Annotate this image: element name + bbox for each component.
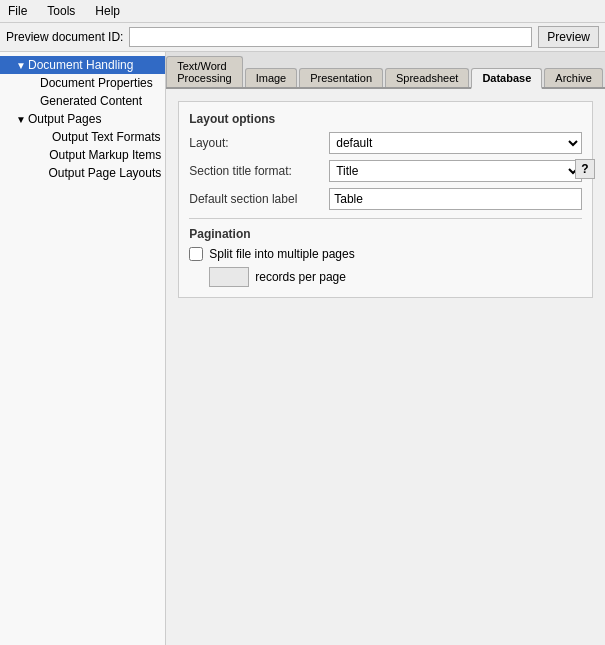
preview-button[interactable]: Preview xyxy=(538,26,599,48)
sidebar-label-generated-content: Generated Content xyxy=(40,94,142,108)
sidebar-item-document-properties[interactable]: Document Properties xyxy=(0,74,165,92)
default-section-label-label: Default section label xyxy=(189,192,329,206)
menu-tools[interactable]: Tools xyxy=(43,2,79,20)
pagination-section: Pagination Split file into multiple page… xyxy=(189,227,582,287)
section-divider xyxy=(189,218,582,219)
sidebar-label-document-handling: Document Handling xyxy=(28,58,133,72)
expand-icon-output-pages: ▼ xyxy=(16,114,26,125)
tab-archive[interactable]: Archive xyxy=(544,68,603,87)
tab-text-word[interactable]: Text/Word Processing xyxy=(166,56,242,87)
sidebar-item-generated-content[interactable]: Generated Content xyxy=(0,92,165,110)
menu-file[interactable]: File xyxy=(4,2,31,20)
layout-options-box: Layout options Layout: default Section t… xyxy=(178,101,593,298)
content-area: Text/Word Processing Image Presentation … xyxy=(166,52,605,645)
sidebar-item-output-markup-items[interactable]: Output Markup Items xyxy=(0,146,165,164)
records-per-page-row: records per page xyxy=(209,267,582,287)
tabs-bar: Text/Word Processing Image Presentation … xyxy=(166,52,605,89)
default-section-label-input[interactable] xyxy=(329,188,582,210)
sidebar-label-output-pages: Output Pages xyxy=(28,112,101,126)
sidebar: ▼ Document Handling Document Properties … xyxy=(0,52,166,645)
tab-content-wrapper: ? Layout options Layout: default Section… xyxy=(166,89,605,645)
sidebar-label-output-page-layouts: Output Page Layouts xyxy=(48,166,161,180)
default-section-label-group: Default section label xyxy=(189,188,582,210)
layout-select-wrap: default xyxy=(329,132,582,154)
layout-form-group: Layout: default xyxy=(189,132,582,154)
section-title-format-select-wrap: Title xyxy=(329,160,582,182)
menubar: File Tools Help xyxy=(0,0,605,23)
sidebar-label-output-text-formats: Output Text Formats xyxy=(52,130,161,144)
menu-help[interactable]: Help xyxy=(91,2,124,20)
records-per-page-label: records per page xyxy=(255,270,346,284)
preview-doc-input[interactable] xyxy=(129,27,532,47)
layout-label: Layout: xyxy=(189,136,329,150)
help-button[interactable]: ? xyxy=(575,159,595,179)
sidebar-label-output-markup-items: Output Markup Items xyxy=(49,148,161,162)
expand-icon-document-handling: ▼ xyxy=(16,60,26,71)
sidebar-item-output-page-layouts[interactable]: Output Page Layouts xyxy=(0,164,165,182)
sidebar-item-output-pages[interactable]: ▼ Output Pages xyxy=(0,110,165,128)
preview-doc-label: Preview document ID: xyxy=(6,30,123,44)
sidebar-label-document-properties: Document Properties xyxy=(40,76,153,90)
section-title-format-label: Section title format: xyxy=(189,164,329,178)
layout-select[interactable]: default xyxy=(329,132,582,154)
split-file-checkbox[interactable] xyxy=(189,247,203,261)
section-title-format-select[interactable]: Title xyxy=(329,160,582,182)
sidebar-item-document-handling[interactable]: ▼ Document Handling xyxy=(0,56,165,74)
sidebar-item-output-text-formats[interactable]: Output Text Formats xyxy=(0,128,165,146)
panel: Layout options Layout: default Section t… xyxy=(166,89,605,310)
split-file-label: Split file into multiple pages xyxy=(209,247,354,261)
topbar: Preview document ID: Preview xyxy=(0,23,605,52)
tab-presentation[interactable]: Presentation xyxy=(299,68,383,87)
section-title-format-group: Section title format: Title xyxy=(189,160,582,182)
records-per-page-input[interactable] xyxy=(209,267,249,287)
pagination-title: Pagination xyxy=(189,227,582,241)
tab-spreadsheet[interactable]: Spreadsheet xyxy=(385,68,469,87)
main-container: ▼ Document Handling Document Properties … xyxy=(0,52,605,645)
default-section-label-input-wrap xyxy=(329,188,582,210)
layout-options-title: Layout options xyxy=(189,112,582,126)
split-file-checkbox-row: Split file into multiple pages xyxy=(189,247,582,261)
tab-image[interactable]: Image xyxy=(245,68,298,87)
tab-database[interactable]: Database xyxy=(471,68,542,89)
